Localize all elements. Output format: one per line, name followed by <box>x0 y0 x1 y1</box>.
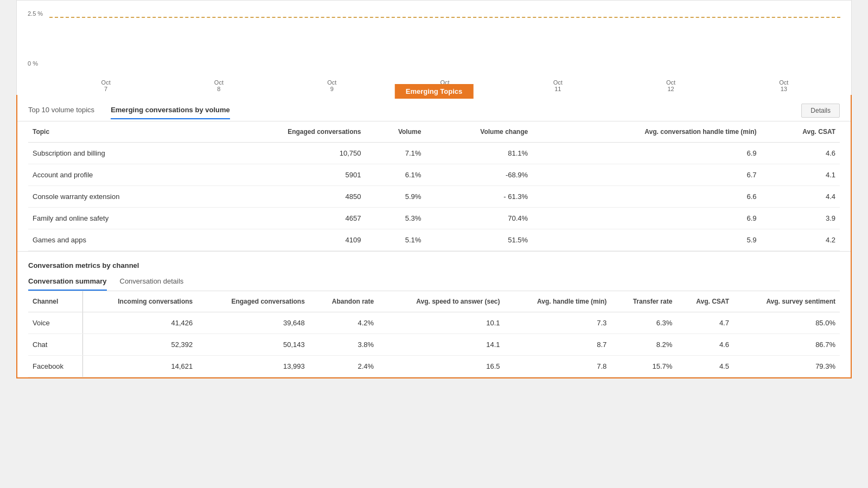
chart-dotted-line <box>49 17 840 18</box>
topics-cell-engaged: 10,750 <box>210 143 366 164</box>
topics-cell-volume: 6.1% <box>366 164 426 186</box>
page-wrapper: 2.5 % 0 % Oct7 Oct8 Oct9 Oct10 Oct11 Oct… <box>0 0 868 488</box>
tab-emerging-conversations[interactable]: Emerging conversations by volume <box>111 106 230 119</box>
topics-table-row: Account and profile 5901 6.1% -68.9% 6.7… <box>28 164 840 186</box>
topics-table-header-row: Topic Engaged conversations Volume Volum… <box>28 121 840 143</box>
channel-cell-csat: 4.7 <box>676 312 733 334</box>
channel-cell-csat: 4.6 <box>676 334 733 356</box>
channel-cell-abandon: 3.8% <box>309 334 378 356</box>
topics-cell-avg-handle: 6.7 <box>532 164 761 186</box>
channel-cell-channel: Voice <box>28 312 82 334</box>
channel-cell-abandon: 2.4% <box>309 356 378 377</box>
channel-cell-engaged: 13,993 <box>197 356 309 377</box>
topics-col-avg-csat: Avg. CSAT <box>761 121 840 143</box>
tabs-left: Top 10 volume topics Emerging conversati… <box>28 106 230 119</box>
topics-cell-volume: 5.1% <box>366 229 426 251</box>
topics-cell-avg-handle: 6.9 <box>532 208 761 229</box>
topics-col-volume-change: Volume change <box>425 121 532 143</box>
topics-table: Topic Engaged conversations Volume Volum… <box>28 121 840 251</box>
metrics-tab-summary[interactable]: Conversation summary <box>28 277 107 291</box>
topics-cell-avg-csat: 4.4 <box>761 186 840 208</box>
channel-table-row: Facebook 14,621 13,993 2.4% 16.5 7.8 15.… <box>28 356 840 377</box>
channel-cell-incoming: 41,426 <box>82 312 197 334</box>
topics-cell-topic: Subscription and billing <box>28 143 210 164</box>
metrics-tab-details[interactable]: Conversation details <box>120 277 184 291</box>
topics-table-row: Games and apps 4109 5.1% 51.5% 5.9 4.2 <box>28 229 840 251</box>
channel-cell-speed: 14.1 <box>378 334 504 356</box>
channel-table-row: Chat 52,392 50,143 3.8% 14.1 8.7 8.2% 4.… <box>28 334 840 356</box>
topics-cell-engaged: 4657 <box>210 208 366 229</box>
topics-cell-volume-change: 70.4% <box>425 208 532 229</box>
tab-top10-volume[interactable]: Top 10 volume topics <box>28 106 94 119</box>
topics-table-wrapper: Topic Engaged conversations Volume Volum… <box>17 121 851 251</box>
topics-cell-avg-csat: 4.2 <box>761 229 840 251</box>
channel-table-wrapper: Channel Incoming conversations Engaged c… <box>17 291 851 377</box>
channel-col-engaged: Engaged conversations <box>197 291 309 312</box>
topics-cell-avg-handle: 6.6 <box>532 186 761 208</box>
chart-x-label-7: Oct13 <box>779 79 788 92</box>
channel-cell-engaged: 50,143 <box>197 334 309 356</box>
chart-y-label-25: 2.5 % <box>28 10 43 17</box>
channel-col-abandon: Abandon rate <box>309 291 378 312</box>
channel-cell-sentiment: 79.3% <box>733 356 840 377</box>
channel-cell-transfer: 8.2% <box>611 334 676 356</box>
channel-table: Channel Incoming conversations Engaged c… <box>28 291 840 377</box>
channel-cell-incoming: 52,392 <box>82 334 197 356</box>
channel-col-incoming: Incoming conversations <box>82 291 197 312</box>
topics-cell-volume-change: -68.9% <box>425 164 532 186</box>
channel-cell-channel: Chat <box>28 334 82 356</box>
topics-cell-avg-handle: 6.9 <box>532 143 761 164</box>
channel-cell-abandon: 4.2% <box>309 312 378 334</box>
topics-cell-avg-csat: 4.6 <box>761 143 840 164</box>
metrics-tabs: Conversation summary Conversation detail… <box>28 277 840 291</box>
channel-col-handle: Avg. handle time (min) <box>505 291 611 312</box>
channel-cell-csat: 4.5 <box>676 356 733 377</box>
topics-col-volume: Volume <box>366 121 426 143</box>
channel-cell-sentiment: 85.0% <box>733 312 840 334</box>
topics-cell-topic: Games and apps <box>28 229 210 251</box>
chart-x-label-1: Oct7 <box>101 79 111 92</box>
topics-table-row: Console warranty extension 4850 5.9% - 6… <box>28 186 840 208</box>
chart-y-label-0: 0 % <box>28 60 38 67</box>
channel-cell-sentiment: 86.7% <box>733 334 840 356</box>
channel-cell-engaged: 39,648 <box>197 312 309 334</box>
channel-cell-speed: 16.5 <box>378 356 504 377</box>
channel-cell-transfer: 6.3% <box>611 312 676 334</box>
details-button[interactable]: Details <box>801 104 840 118</box>
topics-cell-volume-change: - 61.3% <box>425 186 532 208</box>
channel-col-csat: Avg. CSAT <box>676 291 733 312</box>
topics-col-topic: Topic <box>28 121 210 143</box>
main-content: Top 10 volume topics Emerging conversati… <box>16 95 852 378</box>
channel-col-channel: Channel <box>28 291 82 312</box>
topics-cell-topic: Console warranty extension <box>28 186 210 208</box>
topics-cell-volume: 5.3% <box>366 208 426 229</box>
channel-cell-incoming: 14,621 <box>82 356 197 377</box>
topics-col-engaged: Engaged conversations <box>210 121 366 143</box>
topics-cell-engaged: 5901 <box>210 164 366 186</box>
topics-cell-avg-csat: 3.9 <box>761 208 840 229</box>
channel-col-speed: Avg. speed to answer (sec) <box>378 291 504 312</box>
metrics-section: Conversation metrics by channel Conversa… <box>17 251 851 291</box>
channel-table-row: Voice 41,426 39,648 4.2% 10.1 7.3 6.3% 4… <box>28 312 840 334</box>
topics-cell-topic: Account and profile <box>28 164 210 186</box>
topics-cell-volume: 7.1% <box>366 143 426 164</box>
tabs-section: Top 10 volume topics Emerging conversati… <box>17 95 851 121</box>
chart-x-label-2: Oct8 <box>214 79 224 92</box>
channel-table-header-row: Channel Incoming conversations Engaged c… <box>28 291 840 312</box>
channel-col-sentiment: Avg. survey sentiment <box>733 291 840 312</box>
chart-area: 2.5 % 0 % Oct7 Oct8 Oct9 Oct10 Oct11 Oct… <box>16 0 852 95</box>
chart-x-label-6: Oct12 <box>666 79 675 92</box>
channel-cell-handle: 7.8 <box>505 356 611 377</box>
emerging-topics-badge: Emerging Topics <box>395 84 474 99</box>
channel-cell-handle: 7.3 <box>505 312 611 334</box>
topics-cell-engaged: 4850 <box>210 186 366 208</box>
channel-cell-channel: Facebook <box>28 356 82 377</box>
topics-cell-engaged: 4109 <box>210 229 366 251</box>
topics-table-row: Subscription and billing 10,750 7.1% 81.… <box>28 143 840 164</box>
topics-cell-volume-change: 51.5% <box>425 229 532 251</box>
channel-cell-transfer: 15.7% <box>611 356 676 377</box>
topics-cell-volume-change: 81.1% <box>425 143 532 164</box>
channel-cell-handle: 8.7 <box>505 334 611 356</box>
channel-cell-speed: 10.1 <box>378 312 504 334</box>
chart-x-label-3: Oct9 <box>327 79 336 92</box>
